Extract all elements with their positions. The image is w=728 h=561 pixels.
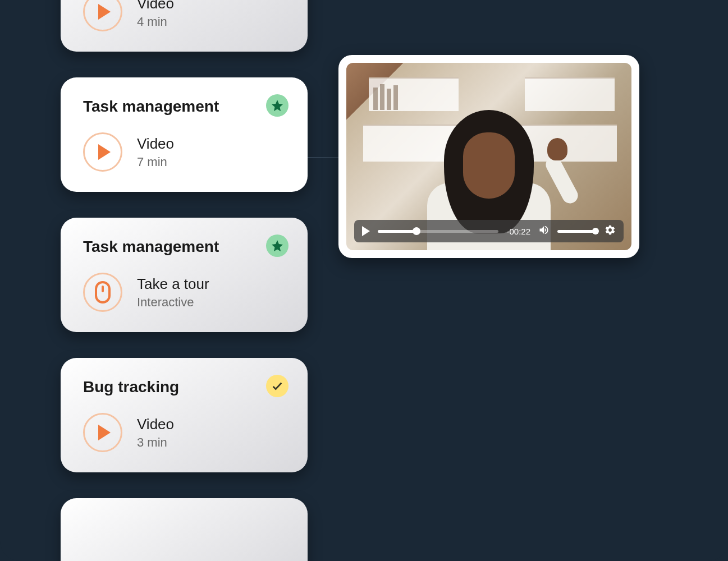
card-text: Video 4 min [137,0,174,29]
card-body: Take a tour Interactive [83,273,285,312]
settings-icon[interactable] [605,224,616,238]
video-player: -00:22 [338,55,639,258]
card-text: Take a tour Interactive [137,275,209,310]
video-frame[interactable]: -00:22 [346,63,631,250]
card-type: Video [137,416,174,433]
lesson-card[interactable]: Bug tracking Video 3 min [61,358,308,472]
star-badge [266,94,289,117]
connector-line [308,157,338,158]
progress-fill [378,230,416,233]
card-title: Task management [83,98,285,116]
card-meta: 7 min [137,155,174,169]
card-body: Video 7 min [83,132,285,172]
lesson-card[interactable] [61,498,308,561]
card-meta: 4 min [137,15,174,29]
card-meta: 3 min [137,435,174,450]
card-type: Take a tour [137,275,209,293]
mouse-icon [83,273,122,312]
lesson-card[interactable]: Video 4 min [61,0,308,52]
play-icon [83,0,122,31]
check-badge [266,375,289,397]
card-text: Video 7 min [137,135,174,169]
star-badge [266,234,289,257]
lesson-card-list: Video 4 min Task management Video 7 min … [61,0,308,561]
video-controls: -00:22 [354,220,624,242]
card-type: Video [137,135,174,153]
card-title: Bug tracking [83,378,285,396]
card-text: Video 3 min [137,416,174,450]
progress-thumb[interactable] [413,227,420,235]
volume-thumb[interactable] [592,228,599,234]
card-body: Video 4 min [83,0,285,31]
card-title: Task management [83,238,285,256]
lesson-card-active[interactable]: Task management Video 7 min [61,77,308,192]
play-icon [83,132,122,172]
time-remaining: -00:22 [506,227,530,236]
card-type: Video [137,0,174,12]
card-meta: Interactive [137,295,209,310]
play-button[interactable] [362,226,370,236]
progress-bar[interactable] [378,230,498,233]
play-icon [83,413,122,452]
volume-icon[interactable] [538,224,550,238]
lesson-card[interactable]: Task management Take a tour Interactive [61,218,308,332]
card-body: Video 3 min [83,413,285,452]
volume-slider[interactable] [557,230,597,233]
